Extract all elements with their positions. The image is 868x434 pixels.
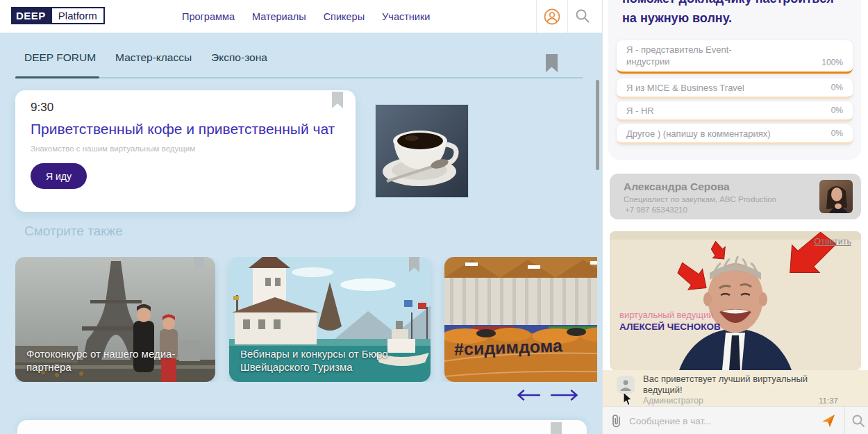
- reply-link[interactable]: Ответить: [815, 237, 851, 247]
- poll-question-line2: на нужную волну.: [622, 11, 732, 25]
- video-caption-role: виртуальный ведущий: [619, 310, 714, 320]
- carousel-left-arrow-icon[interactable]: [517, 390, 540, 403]
- coffee-photo[interactable]: [375, 104, 469, 198]
- schedule-card[interactable]: 9:30 Приветственный кофе и приветственны…: [15, 90, 356, 212]
- app-window: DEEP FORUM Мастер-классы Экспо-зона 9:30…: [0, 0, 868, 434]
- panel-divider: [602, 0, 603, 434]
- card-caption: Фотоконкурс от нашего медиа-партнёра: [26, 347, 192, 374]
- poll-option-percent: 0%: [831, 128, 843, 138]
- send-icon[interactable]: [821, 414, 835, 431]
- poll-option-label: Я - представитель Event-индустрии: [626, 44, 765, 67]
- chat-message-time: 11:37: [819, 397, 838, 405]
- main-content-area: DEEP FORUM Мастер-классы Экспо-зона 9:30…: [0, 33, 603, 434]
- chat-message-text: Вас приветствует лучший виртуальный веду…: [643, 374, 817, 396]
- also-section-title: Смотрите также: [24, 224, 123, 239]
- bookmark-icon[interactable]: [332, 92, 343, 108]
- poll-question: поможет докладчику настроиться на нужную…: [622, 0, 844, 28]
- nav-item-participants[interactable]: Участники: [382, 11, 430, 22]
- chat-input-bar: [603, 406, 868, 434]
- logo-secondary: Platform: [51, 7, 105, 24]
- next-schedule-card-peek[interactable]: [17, 420, 587, 434]
- poll-option-label: Другое ) (напишу в комментариях): [626, 128, 771, 140]
- input-bar-divider: [844, 407, 845, 434]
- poll-option-percent: 100%: [821, 58, 843, 67]
- suggestion-card-stay-home[interactable]: #сидимдома: [444, 257, 597, 382]
- suggestion-cards-row: Фотоконкурс от нашего медиа-партнёра: [15, 257, 597, 382]
- contact-avatar: [819, 180, 853, 213]
- video-caption-name: АЛЕКСЕЙ ЧЕСНОКОВ: [619, 322, 721, 332]
- chat-search-icon[interactable]: [851, 414, 865, 431]
- top-navbar: DEEP Platform Программа Материалы Спикер…: [0, 0, 603, 33]
- bookmark-icon: [551, 422, 562, 434]
- content-tabs: DEEP FORUM Мастер-классы Экспо-зона: [24, 51, 267, 64]
- user-profile-icon[interactable]: [544, 8, 560, 25]
- virtual-host-video-frame: [610, 231, 861, 370]
- bookmark-icon[interactable]: [194, 257, 204, 272]
- schedule-time: 9:30: [31, 101, 53, 115]
- poll-option-percent: 0%: [831, 83, 843, 92]
- poll-option-label: Я - HR: [626, 105, 654, 117]
- poll-option-percent: 0%: [831, 106, 843, 115]
- tab-underline-track: [15, 77, 583, 78]
- nav-item-materials[interactable]: Материалы: [252, 11, 306, 22]
- poll-question-line1: поможет докладчику настроиться: [622, 0, 834, 6]
- nav-item-speakers[interactable]: Спикеры: [324, 11, 365, 22]
- poll-option-other[interactable]: Другое ) (напишу в комментариях) 0%: [617, 124, 853, 144]
- header-divider: [567, 0, 568, 33]
- tab-deep-forum[interactable]: DEEP FORUM: [24, 51, 96, 64]
- contact-card[interactable]: Александра Серова Специалист по закупкам…: [610, 174, 861, 219]
- video-message[interactable]: Ответить виртуальный ведущий АЛЕКСЕЙ ЧЕС…: [610, 231, 861, 370]
- nav-item-program[interactable]: Программа: [182, 11, 235, 22]
- logo-primary: DEEP: [11, 7, 51, 24]
- schedule-title: Приветственный кофе и приветственный чат: [31, 121, 335, 137]
- contact-phone: +7 987 65343210: [625, 206, 687, 214]
- contact-role: Специалист по закупкам, ABC Production: [624, 195, 776, 203]
- chat-message-author: Администратор: [643, 396, 703, 406]
- tab-master-classes[interactable]: Мастер-классы: [115, 51, 192, 64]
- right-sidebar: поможет докладчику настроиться на нужную…: [603, 0, 868, 434]
- contact-name: Александра Серова: [624, 181, 730, 193]
- suggestion-card-photo-contest[interactable]: Фотоконкурс от нашего медиа-партнёра: [15, 257, 215, 382]
- main-navigation: Программа Материалы Спикеры Участники: [182, 0, 430, 33]
- tab-expo-zone[interactable]: Экспо-зона: [211, 51, 267, 64]
- carousel-right-arrow-icon[interactable]: [551, 390, 578, 403]
- poll-option-hr[interactable]: Я - HR 0%: [617, 101, 853, 122]
- main-scrollbar[interactable]: [596, 80, 599, 170]
- header-divider: [536, 0, 537, 33]
- attend-button[interactable]: Я иду: [31, 163, 87, 189]
- bookmark-icon[interactable]: [409, 257, 419, 272]
- suggestion-card-swiss-tourism[interactable]: Вебинары и конкурсы от Бюро Швейцарского…: [229, 257, 431, 382]
- card-caption: Вебинары и конкурсы от Бюро Швейцарского…: [240, 347, 407, 374]
- bookmark-icon[interactable]: [546, 54, 558, 72]
- chat-message-input[interactable]: [629, 410, 806, 432]
- tab-underline-active: [15, 76, 99, 78]
- paperclip-icon[interactable]: [611, 413, 622, 431]
- gym-photo: [444, 257, 597, 382]
- app-logo[interactable]: DEEP Platform: [11, 7, 105, 24]
- poll-option-label: Я из MICE & Business Travel: [626, 82, 744, 94]
- poll-option-mice[interactable]: Я из MICE & Business Travel 0%: [617, 78, 853, 99]
- card-caption: #сидимдома: [454, 339, 562, 356]
- schedule-subtitle: Знакомство с нашим виртуальным ведущим: [31, 144, 195, 153]
- poll-option-event-industry[interactable]: Я - представитель Event-индустрии 100%: [617, 40, 853, 74]
- search-icon[interactable]: [575, 8, 590, 24]
- admin-avatar-icon: [617, 376, 635, 394]
- chat-message-row[interactable]: Вас приветствует лучший виртуальный веду…: [603, 370, 868, 406]
